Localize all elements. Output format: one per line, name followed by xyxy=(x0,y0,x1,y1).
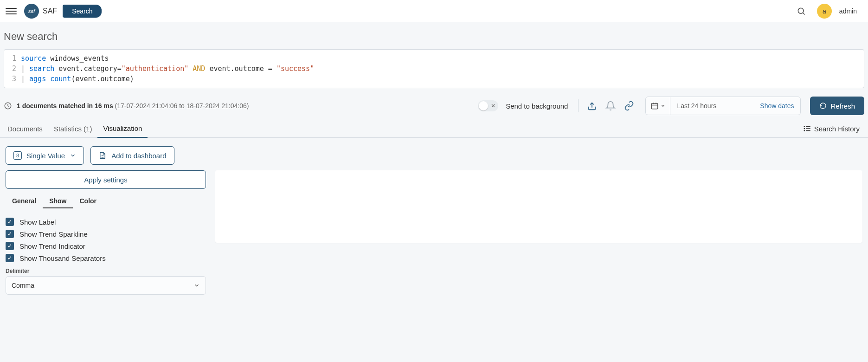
status-row: 1 documents matched in 16 ms (17-07-2024… xyxy=(0,88,868,120)
checkbox-show-thousand[interactable]: ✓ xyxy=(6,254,14,262)
tab-documents[interactable]: Documents xyxy=(2,120,48,137)
query-editor[interactable]: 1 source windows_events 2 | search event… xyxy=(4,49,864,88)
search-icon[interactable] xyxy=(797,6,806,16)
checkbox-label: Show Trend Indicator xyxy=(19,242,85,250)
svg-point-11 xyxy=(804,126,805,127)
settings-panel: Apply settings General Show Color ✓ Show… xyxy=(6,170,206,295)
viz-type-dropdown[interactable]: 8 Single Value xyxy=(6,146,84,165)
app-logo[interactable]: saf xyxy=(24,4,39,19)
checkbox-row-thousand: ✓ Show Thousand Separators xyxy=(6,252,206,264)
page-title: New search xyxy=(0,22,868,49)
time-range-text[interactable]: Last 24 hours xyxy=(670,102,753,110)
subtab-show[interactable]: Show xyxy=(43,194,73,208)
search-history-link[interactable]: Search History xyxy=(797,120,866,137)
chevron-down-icon xyxy=(661,103,665,108)
username-label[interactable]: admin xyxy=(839,7,857,15)
line-number: 1 xyxy=(4,54,21,63)
delimiter-value: Comma xyxy=(12,282,34,289)
add-to-dashboard-label: Add to dashboard xyxy=(111,152,166,160)
add-to-dashboard-button[interactable]: Add to dashboard xyxy=(90,146,174,165)
checkbox-show-indicator[interactable]: ✓ xyxy=(6,242,14,250)
checkbox-show-label[interactable]: ✓ xyxy=(6,218,14,226)
export-icon[interactable] xyxy=(585,99,599,113)
delimiter-label: Delimiter xyxy=(6,268,206,274)
svg-line-1 xyxy=(803,13,805,14)
svg-rect-4 xyxy=(652,103,658,109)
viz-type-label: Single Value xyxy=(26,152,65,160)
topbar: saf SAF Search a admin xyxy=(0,0,868,22)
calendar-icon xyxy=(650,102,659,110)
visualization-canvas xyxy=(215,170,862,243)
settings-subtabs: General Show Color xyxy=(6,194,206,208)
calendar-dropdown[interactable] xyxy=(646,97,670,115)
refresh-icon xyxy=(819,102,827,110)
document-icon xyxy=(98,151,107,160)
list-icon xyxy=(803,124,811,133)
visualization-canvas-wrapper xyxy=(215,170,862,243)
checkbox-row-show-label: ✓ Show Label xyxy=(6,216,206,228)
status-text: 1 documents matched in 16 ms (17-07-2024… xyxy=(17,102,249,110)
refresh-button[interactable]: Refresh xyxy=(810,97,864,115)
time-picker: Last 24 hours Show dates xyxy=(645,97,801,115)
line-number: 2 xyxy=(4,65,21,73)
subtab-color[interactable]: Color xyxy=(73,194,103,208)
show-dates-link[interactable]: Show dates xyxy=(753,102,800,110)
apply-settings-button[interactable]: Apply settings xyxy=(6,170,206,189)
chevron-down-icon xyxy=(193,282,200,289)
delimiter-select[interactable]: Comma xyxy=(6,276,206,295)
background-toggle[interactable]: ✕ xyxy=(478,100,498,111)
background-label: Send to background xyxy=(506,102,568,110)
code-line-2: | search event.category="authentication"… xyxy=(21,65,314,73)
line-number: 3 xyxy=(4,75,21,83)
subtab-general[interactable]: General xyxy=(6,194,43,208)
tabs-row: Documents Statistics (1) Visualization S… xyxy=(0,120,868,138)
tab-visualization[interactable]: Visualization xyxy=(97,120,148,138)
close-icon: ✕ xyxy=(491,103,495,109)
svg-point-0 xyxy=(798,8,804,13)
controls-row: 8 Single Value Add to dashboard xyxy=(0,138,868,170)
bell-icon[interactable] xyxy=(604,99,617,113)
search-nav-pill[interactable]: Search xyxy=(63,5,102,18)
chevron-down-icon xyxy=(70,152,76,159)
hamburger-menu[interactable] xyxy=(6,6,17,17)
svg-point-13 xyxy=(804,130,805,131)
viz-type-badge: 8 xyxy=(13,151,22,160)
checkbox-label: Show Label xyxy=(19,218,56,226)
checkbox-row-sparkline: ✓ Show Trend Sparkline xyxy=(6,228,206,240)
clock-icon xyxy=(4,102,12,110)
code-line-1: source windows_events xyxy=(21,54,109,63)
brand-label: SAF xyxy=(43,7,57,15)
code-line-3: | aggs count(event.outcome) xyxy=(21,75,134,83)
checkbox-label: Show Thousand Separators xyxy=(19,254,106,262)
checkbox-row-indicator: ✓ Show Trend Indicator xyxy=(6,240,206,252)
checkbox-label: Show Trend Sparkline xyxy=(19,230,88,238)
settings-area: Apply settings General Show Color ✓ Show… xyxy=(0,170,868,304)
checkbox-show-sparkline[interactable]: ✓ xyxy=(6,230,14,238)
svg-point-12 xyxy=(804,128,805,129)
divider xyxy=(578,99,579,112)
tab-statistics[interactable]: Statistics (1) xyxy=(48,120,98,137)
avatar[interactable]: a xyxy=(817,4,832,19)
link-icon[interactable] xyxy=(622,99,636,113)
